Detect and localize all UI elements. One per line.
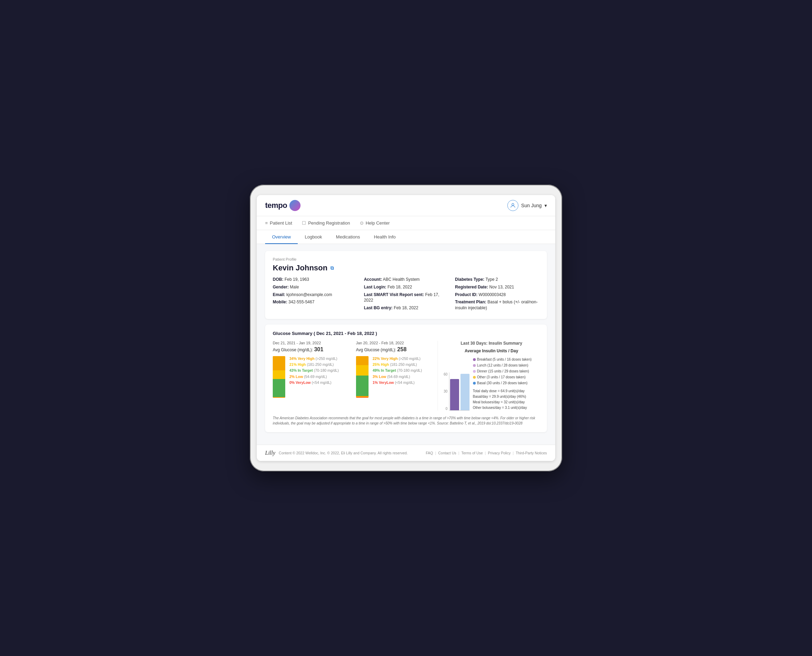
dob-label: DOB: xyxy=(273,277,283,282)
tab-label-overview: Overview xyxy=(272,234,291,240)
y-axis: 60 30 0 xyxy=(444,373,447,411)
period-2-avg: Avg Glucose (mg/dL): 258 xyxy=(356,347,432,353)
profile-col-2: Account: ABC Health System Last Login: F… xyxy=(364,277,449,313)
product-id-row: Product ID: W0000003428 xyxy=(455,292,539,298)
nav-help-center[interactable]: ⊙ Help Center xyxy=(360,216,390,230)
gender-row: Gender: Male xyxy=(273,284,357,290)
top-nav: ≡ Patient List ☐ Pending Registration ⊙ … xyxy=(257,216,555,230)
mobile-value: 342-555-5467 xyxy=(288,300,314,305)
tab-label-logbook: Logbook xyxy=(305,234,322,240)
nav-label-help-center: Help Center xyxy=(366,220,390,226)
logo-text: tempo xyxy=(265,201,287,210)
account-label: Account: xyxy=(364,277,382,282)
glucose-insulin-panels: Dec 21, 2021 - Jan 19, 2022 Avg Glucose … xyxy=(273,341,539,411)
insulin-stat-row: Total daily dose = 64.9 unit(s)/day xyxy=(473,388,532,394)
tab-overview[interactable]: Overview xyxy=(265,230,298,244)
glucose-section-title: Glucose Summary ( Dec 21, 2021 - Feb 18,… xyxy=(273,331,539,336)
insulin-legend-row: Lunch (12 units / 28 doses taken) xyxy=(473,363,532,368)
period-2-chart: 22% Very High (>250 mg/dL)25% High (181-… xyxy=(356,356,432,398)
period-2-bar-stack xyxy=(356,356,368,398)
legend-row: 1% VeryLow (<54 mg/dL) xyxy=(373,380,432,385)
dob-value: Feb 19, 1963 xyxy=(285,277,309,282)
registered-date-label: Registered Date: xyxy=(455,285,488,289)
footer-link[interactable]: Privacy Policy xyxy=(488,451,510,455)
footer-link[interactable]: Contact Us xyxy=(438,451,456,455)
legend-row: 21% High (181-250 mg/dL) xyxy=(289,362,349,367)
app-footer: Lilly Content © 2022 Welldoc, Inc. © 202… xyxy=(257,445,555,461)
period-1-label: Dec 21, 2021 - Jan 19, 2022 xyxy=(273,341,349,345)
diabetes-type-value: Type 2 xyxy=(486,277,498,282)
disclaimer: The American Diabetes Association recomm… xyxy=(273,415,539,426)
nav-patient-list[interactable]: ≡ Patient List xyxy=(265,216,292,230)
legend-row: 43% In Target (70-180 mg/dL) xyxy=(289,368,349,373)
footer-link[interactable]: FAQ xyxy=(426,451,433,455)
patient-profile-card: Patient Profile Kevin Johnson ⧉ DOB: Feb… xyxy=(265,251,547,319)
profile-col-3: Diabetes Type: Type 2 Registered Date: N… xyxy=(455,277,539,313)
footer-separator: | xyxy=(458,451,459,455)
legend-row: 0% VeryLow (<54 mg/dL) xyxy=(289,380,349,385)
y-label-0: 0 xyxy=(445,407,448,411)
divider xyxy=(438,341,438,411)
tab-bar: Overview Logbook Medications Health Info xyxy=(257,230,555,244)
footer-link[interactable]: Terms of Use xyxy=(461,451,483,455)
legend-row: 25% High (181-250 mg/dL) xyxy=(373,362,432,367)
tab-medications[interactable]: Medications xyxy=(329,230,367,244)
insulin-panel: Last 30 Days: Insulin Summary Average In… xyxy=(444,341,539,411)
list-icon: ≡ xyxy=(265,220,268,226)
diabetes-type-row: Diabetes Type: Type 2 xyxy=(455,277,539,283)
account-row: Account: ABC Health System xyxy=(364,277,449,283)
tab-health-info[interactable]: Health Info xyxy=(367,230,402,244)
last-smart-row: Last SMART Visit Report sent: Feb 17, 20… xyxy=(364,292,449,304)
user-menu[interactable]: Sun Jung ▾ xyxy=(507,200,547,211)
treatment-plan-label: Treatment Plan: xyxy=(455,300,486,305)
patient-name-text: Kevin Johnson xyxy=(273,263,328,272)
insulin-stat-row: Meal boluses/day = 32 unit(s)/day xyxy=(473,399,532,405)
product-id-value: W0000003428 xyxy=(478,292,506,297)
period-2-legend: 22% Very High (>250 mg/dL)25% High (181-… xyxy=(373,356,432,386)
nav-pending-registration[interactable]: ☐ Pending Registration xyxy=(302,216,350,230)
insulin-stat-row: Other boluses/day = 3.1 unit(s)/day xyxy=(473,405,532,411)
svg-point-0 xyxy=(512,203,514,206)
avatar xyxy=(507,200,518,211)
period-2-avg-label: Avg Glucose (mg/dL): xyxy=(356,347,396,352)
bar-chart xyxy=(449,373,470,411)
last-smart-label: Last SMART Visit Report sent: xyxy=(364,292,424,297)
footer-link[interactable]: Third-Party Notices xyxy=(516,451,547,455)
insulin-stats: Total daily dose = 64.9 unit(s)/dayBasal… xyxy=(473,388,532,411)
mobile-row: Mobile: 342-555-5467 xyxy=(273,299,357,305)
lilly-logo: Lilly xyxy=(265,450,275,456)
insulin-legend-row: Breakfast (5 units / 16 doses taken) xyxy=(473,357,532,362)
insulin-chart-and-legend: 60 30 0 Breakf xyxy=(444,357,539,411)
logo[interactable]: tempo xyxy=(265,200,300,211)
gender-value: Male xyxy=(290,285,299,289)
glucose-panels: Dec 21, 2021 - Jan 19, 2022 Avg Glucose … xyxy=(273,341,432,411)
registered-date-value: Nov 13, 2021 xyxy=(489,285,514,289)
insulin-section-title: Last 30 Days: Insulin Summary xyxy=(444,341,539,346)
profile-col-1: DOB: Feb 19, 1963 Gender: Male Email: kj… xyxy=(273,277,357,313)
app-header: tempo Sun Jung ▾ xyxy=(257,195,555,216)
patient-name: Kevin Johnson ⧉ xyxy=(273,263,539,272)
email-value: kjohnson@example.com xyxy=(286,292,332,297)
last-bg-row: Last BG entry: Feb 18, 2022 xyxy=(364,305,449,311)
insulin-bar-bolus xyxy=(450,379,459,410)
glucose-period-1: Dec 21, 2021 - Jan 19, 2022 Avg Glucose … xyxy=(273,341,349,411)
insulin-chart-title: Average Insulin Units / Day xyxy=(444,348,539,353)
period-1-avg: Avg Glucose (mg/dL): 301 xyxy=(273,347,349,353)
period-1-legend: 34% Very High (>250 mg/dL)21% High (181-… xyxy=(289,356,349,386)
period-2-avg-val: 258 xyxy=(397,347,407,352)
nav-label-patient-list: Patient List xyxy=(270,220,292,226)
product-id-label: Product ID: xyxy=(455,292,478,297)
profile-grid: DOB: Feb 19, 1963 Gender: Male Email: kj… xyxy=(273,277,539,313)
insulin-legend: Breakfast (5 units / 16 doses taken)Lunc… xyxy=(473,357,532,385)
email-label: Email: xyxy=(273,292,285,297)
y-label-30: 30 xyxy=(444,390,447,393)
tab-logbook[interactable]: Logbook xyxy=(298,230,329,244)
glucose-card: Glucose Summary ( Dec 21, 2021 - Feb 18,… xyxy=(265,325,547,432)
legend-row: 49% In Target (70-180 mg/dL) xyxy=(373,368,432,373)
mobile-label: Mobile: xyxy=(273,300,287,305)
account-value: ABC Health System xyxy=(383,277,419,282)
footer-separator: | xyxy=(485,451,486,455)
y-label-60: 60 xyxy=(444,373,447,376)
copy-icon[interactable]: ⧉ xyxy=(330,265,334,271)
glucose-period-2: Jan 20, 2022 - Feb 18, 2022 Avg Glucose … xyxy=(356,341,432,411)
